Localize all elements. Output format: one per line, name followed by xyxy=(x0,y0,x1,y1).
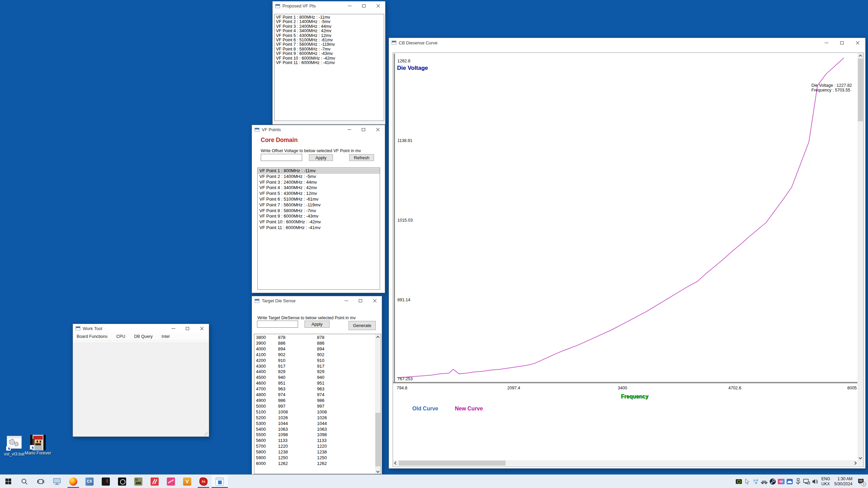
task-view-button[interactable] xyxy=(33,475,49,488)
list-item[interactable]: VF Point 11 : 6000MHz : -41mv xyxy=(275,61,384,65)
list-item[interactable]: VF Point 3 : 2400MHz : 44mv xyxy=(275,24,384,29)
table-row[interactable]: 4700963963 xyxy=(254,386,375,392)
desktop-icon-mario-forever[interactable]: Mario Forever xyxy=(24,435,52,455)
close-button[interactable] xyxy=(368,296,382,305)
titlebar[interactable]: Target Die Sense xyxy=(252,296,382,305)
taskbar-app-work-tool-active[interactable] xyxy=(212,475,228,488)
titlebar[interactable]: Proposed VF Pts xyxy=(273,1,385,11)
vertical-scrollbar[interactable] xyxy=(857,53,863,460)
list-item[interactable]: VF Point 10 : 6000MHz : -42mv xyxy=(275,56,384,61)
scrollbar-thumb[interactable] xyxy=(858,59,863,121)
menu-item-db-query[interactable]: DB Query xyxy=(131,333,156,340)
taskbar-app-forza[interactable] xyxy=(146,475,163,488)
list-item[interactable]: VF Point 1 : 800MHz : -11mv xyxy=(275,15,384,20)
taskbar-app-cx[interactable]: CX xyxy=(81,475,98,488)
taskbar-app-game-dark[interactable] xyxy=(98,475,114,488)
list-item[interactable]: VF Point 4 : 3400MHz : 42mv xyxy=(275,29,384,33)
taskbar-app-pink[interactable] xyxy=(163,475,179,488)
minimize-button[interactable] xyxy=(339,296,353,305)
scroll-down-arrow[interactable] xyxy=(375,468,381,474)
list-item[interactable]: VF Point 4 : 3400MHz : 42mv xyxy=(258,185,380,191)
table-row[interactable]: 4900986986 xyxy=(254,398,375,404)
list-item[interactable]: VF Point 11 : 6000MHz : -41mv xyxy=(258,225,380,231)
proposed-vf-list[interactable]: VF Point 1 : 800MHz : -11mvVF Point 2 : … xyxy=(274,14,384,121)
list-item[interactable]: VF Point 1 : 800MHz : -11mv xyxy=(258,168,380,174)
scroll-up-arrow[interactable] xyxy=(375,334,381,340)
scroll-left-arrow[interactable] xyxy=(393,460,398,466)
list-item[interactable]: VF Point 6 : 5100MHz : -61mv xyxy=(275,38,384,42)
molecule-icon[interactable] xyxy=(752,475,760,488)
table-row[interactable]: 3800878878 xyxy=(254,335,375,341)
horizontal-scrollbar[interactable] xyxy=(393,460,857,466)
taskbar-app-vegas[interactable]: V xyxy=(179,475,195,488)
refresh-button[interactable]: Refresh xyxy=(349,154,374,161)
list-item[interactable]: VF Point 2 : 1400MHz : -5mv xyxy=(275,20,384,24)
fps-60-icon[interactable]: 60 xyxy=(777,475,786,488)
list-item[interactable]: VF Point 7 : 5600MHz : -119mv xyxy=(258,202,380,208)
table-row[interactable]: 4400929929 xyxy=(254,369,375,375)
target-diesense-input[interactable] xyxy=(257,321,298,328)
action-center-button[interactable]: 1 xyxy=(855,475,867,488)
target-table[interactable]: 3800878878390088688640008948944100902902… xyxy=(254,334,381,474)
scroll-right-arrow[interactable] xyxy=(852,460,857,466)
car-blue-icon[interactable] xyxy=(786,475,794,488)
minimize-button[interactable] xyxy=(342,125,356,134)
list-item[interactable]: VF Point 3 : 2400MHz : 44mv xyxy=(258,180,380,185)
table-row[interactable]: 570012201220 xyxy=(254,444,375,449)
list-item[interactable]: VF Point 8 : 5800MHz : -7mv xyxy=(275,47,384,52)
scrollbar-thumb[interactable] xyxy=(375,413,380,466)
close-button[interactable] xyxy=(850,38,865,47)
list-item[interactable]: VF Point 8 : 5800MHz : -7mv xyxy=(258,208,380,214)
scroll-down-arrow[interactable] xyxy=(857,455,863,460)
apply-button[interactable]: Apply xyxy=(309,154,333,161)
titlebar[interactable]: VF Points xyxy=(252,125,385,134)
table-row[interactable]: 4600951951 xyxy=(254,381,375,386)
table-row[interactable]: 520010261026 xyxy=(254,415,375,421)
close-button[interactable] xyxy=(371,1,385,11)
maximize-button[interactable] xyxy=(356,125,371,134)
list-item[interactable]: VF Point 6 : 5100MHz : -61mv xyxy=(258,197,380,202)
generate-button[interactable]: Generate xyxy=(349,321,376,330)
clock-area[interactable]: ENG UKX 1:30 AM 5/30/2024 xyxy=(822,476,852,487)
nvidia-icon[interactable] xyxy=(735,475,743,488)
table-row[interactable]: 4500940940 xyxy=(254,375,375,381)
table-row[interactable]: 550010981098 xyxy=(254,432,375,438)
search-button[interactable] xyxy=(16,475,33,488)
apply-button[interactable]: Apply xyxy=(304,321,330,328)
list-item[interactable]: VF Point 9 : 6000MHz : -43mv xyxy=(258,214,380,219)
list-item[interactable]: VF Point 9 : 6000MHz : -43mv xyxy=(275,52,384,56)
close-button[interactable] xyxy=(371,125,385,134)
table-row[interactable]: 4800974974 xyxy=(254,392,375,398)
taskbar-app-mario64[interactable]: 64 xyxy=(195,475,212,488)
scrollbar-thumb[interactable] xyxy=(399,461,506,466)
table-row[interactable]: 530010441044 xyxy=(254,421,375,427)
target-table-rows[interactable]: 3800878878390088688640008948944100902902… xyxy=(254,335,375,474)
minimize-button[interactable] xyxy=(342,1,357,11)
vf-points-list[interactable]: VF Point 1 : 800MHz : -11mvVF Point 2 : … xyxy=(257,167,380,290)
titlebar[interactable]: CB Diesense Curve xyxy=(389,38,865,47)
list-item[interactable]: VF Point 10 : 6000MHz : -42mv xyxy=(258,219,380,225)
taskbar-app-game-circle[interactable] xyxy=(114,475,130,488)
list-item[interactable]: VF Point 2 : 1400MHz : -5mv xyxy=(258,174,380,180)
list-item[interactable]: VF Point 5 : 4300MHz : 12mv xyxy=(275,34,384,38)
scroll-up-arrow[interactable] xyxy=(857,53,863,58)
taskbar-app-this-pc[interactable] xyxy=(49,475,65,488)
titlebar[interactable]: Work Tool xyxy=(73,324,209,333)
start-button[interactable] xyxy=(0,475,16,488)
ethernet-icon[interactable] xyxy=(803,475,811,488)
volume-icon[interactable] xyxy=(811,475,820,488)
table-row[interactable]: 4200910910 xyxy=(254,358,375,364)
table-row[interactable]: 4100902902 xyxy=(254,352,375,358)
table-row[interactable]: 580012381238 xyxy=(254,449,375,455)
minimize-button[interactable] xyxy=(818,38,834,47)
vertical-scrollbar[interactable] xyxy=(375,334,381,474)
maximize-button[interactable] xyxy=(357,1,371,11)
resize-grip[interactable] xyxy=(204,431,208,435)
steam-icon[interactable] xyxy=(769,475,777,488)
close-button[interactable] xyxy=(195,324,209,333)
taskbar-app-tank-game[interactable] xyxy=(130,475,146,488)
offset-voltage-input[interactable] xyxy=(261,154,302,161)
table-row[interactable]: 4300917917 xyxy=(254,364,375,369)
menu-item-board-functions[interactable]: Board Functions xyxy=(73,333,111,340)
table-row[interactable]: 590012501250 xyxy=(254,455,375,461)
